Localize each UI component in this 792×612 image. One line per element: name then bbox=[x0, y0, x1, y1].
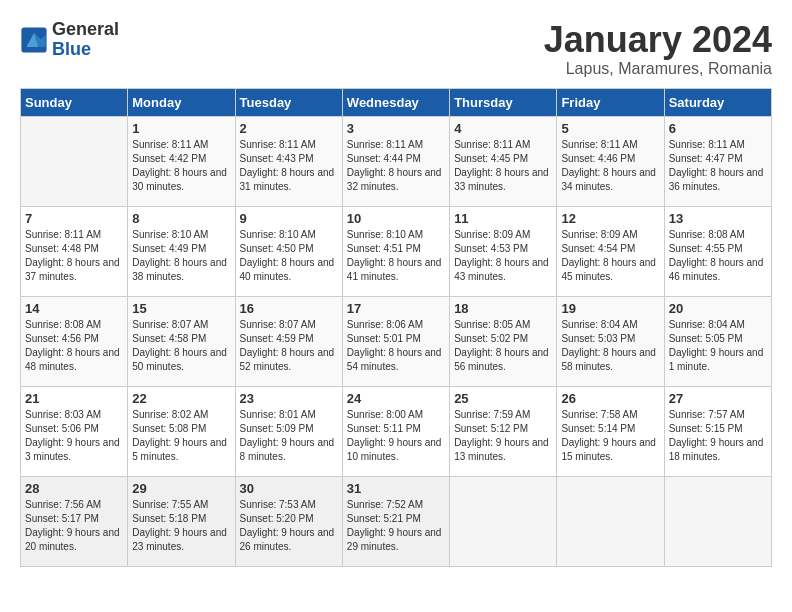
calendar-cell bbox=[450, 476, 557, 566]
calendar-week-row: 7Sunrise: 8:11 AM Sunset: 4:48 PM Daylig… bbox=[21, 206, 772, 296]
calendar-cell bbox=[21, 116, 128, 206]
page-header: General Blue January 2024 Lapus, Maramur… bbox=[20, 20, 772, 78]
day-number: 26 bbox=[561, 391, 659, 406]
day-number: 27 bbox=[669, 391, 767, 406]
day-number: 24 bbox=[347, 391, 445, 406]
title-section: January 2024 Lapus, Maramures, Romania bbox=[544, 20, 772, 78]
day-info: Sunrise: 8:11 AM Sunset: 4:42 PM Dayligh… bbox=[132, 138, 230, 194]
calendar-cell: 21Sunrise: 8:03 AM Sunset: 5:06 PM Dayli… bbox=[21, 386, 128, 476]
day-info: Sunrise: 8:07 AM Sunset: 4:58 PM Dayligh… bbox=[132, 318, 230, 374]
calendar-cell: 15Sunrise: 8:07 AM Sunset: 4:58 PM Dayli… bbox=[128, 296, 235, 386]
day-info: Sunrise: 8:10 AM Sunset: 4:51 PM Dayligh… bbox=[347, 228, 445, 284]
day-number: 4 bbox=[454, 121, 552, 136]
weekday-header: Monday bbox=[128, 88, 235, 116]
day-info: Sunrise: 8:05 AM Sunset: 5:02 PM Dayligh… bbox=[454, 318, 552, 374]
day-info: Sunrise: 7:59 AM Sunset: 5:12 PM Dayligh… bbox=[454, 408, 552, 464]
day-number: 21 bbox=[25, 391, 123, 406]
day-number: 7 bbox=[25, 211, 123, 226]
calendar-cell: 5Sunrise: 8:11 AM Sunset: 4:46 PM Daylig… bbox=[557, 116, 664, 206]
calendar-cell: 12Sunrise: 8:09 AM Sunset: 4:54 PM Dayli… bbox=[557, 206, 664, 296]
day-info: Sunrise: 8:00 AM Sunset: 5:11 PM Dayligh… bbox=[347, 408, 445, 464]
day-number: 23 bbox=[240, 391, 338, 406]
weekday-header: Wednesday bbox=[342, 88, 449, 116]
day-number: 30 bbox=[240, 481, 338, 496]
day-info: Sunrise: 8:02 AM Sunset: 5:08 PM Dayligh… bbox=[132, 408, 230, 464]
day-info: Sunrise: 8:04 AM Sunset: 5:05 PM Dayligh… bbox=[669, 318, 767, 374]
day-number: 15 bbox=[132, 301, 230, 316]
day-info: Sunrise: 7:55 AM Sunset: 5:18 PM Dayligh… bbox=[132, 498, 230, 554]
calendar-cell: 3Sunrise: 8:11 AM Sunset: 4:44 PM Daylig… bbox=[342, 116, 449, 206]
day-number: 19 bbox=[561, 301, 659, 316]
calendar-cell: 6Sunrise: 8:11 AM Sunset: 4:47 PM Daylig… bbox=[664, 116, 771, 206]
day-info: Sunrise: 8:10 AM Sunset: 4:49 PM Dayligh… bbox=[132, 228, 230, 284]
day-number: 28 bbox=[25, 481, 123, 496]
calendar-cell: 24Sunrise: 8:00 AM Sunset: 5:11 PM Dayli… bbox=[342, 386, 449, 476]
day-number: 9 bbox=[240, 211, 338, 226]
day-info: Sunrise: 8:08 AM Sunset: 4:56 PM Dayligh… bbox=[25, 318, 123, 374]
calendar-cell: 9Sunrise: 8:10 AM Sunset: 4:50 PM Daylig… bbox=[235, 206, 342, 296]
calendar-cell: 20Sunrise: 8:04 AM Sunset: 5:05 PM Dayli… bbox=[664, 296, 771, 386]
calendar-cell: 27Sunrise: 7:57 AM Sunset: 5:15 PM Dayli… bbox=[664, 386, 771, 476]
logo-text: General Blue bbox=[52, 20, 119, 60]
day-number: 18 bbox=[454, 301, 552, 316]
day-number: 13 bbox=[669, 211, 767, 226]
day-info: Sunrise: 8:04 AM Sunset: 5:03 PM Dayligh… bbox=[561, 318, 659, 374]
calendar-subtitle: Lapus, Maramures, Romania bbox=[544, 60, 772, 78]
calendar-cell: 10Sunrise: 8:10 AM Sunset: 4:51 PM Dayli… bbox=[342, 206, 449, 296]
calendar-week-row: 1Sunrise: 8:11 AM Sunset: 4:42 PM Daylig… bbox=[21, 116, 772, 206]
day-number: 14 bbox=[25, 301, 123, 316]
calendar-cell: 7Sunrise: 8:11 AM Sunset: 4:48 PM Daylig… bbox=[21, 206, 128, 296]
calendar-cell: 14Sunrise: 8:08 AM Sunset: 4:56 PM Dayli… bbox=[21, 296, 128, 386]
day-number: 20 bbox=[669, 301, 767, 316]
calendar-week-row: 28Sunrise: 7:56 AM Sunset: 5:17 PM Dayli… bbox=[21, 476, 772, 566]
calendar-cell: 2Sunrise: 8:11 AM Sunset: 4:43 PM Daylig… bbox=[235, 116, 342, 206]
weekday-header: Friday bbox=[557, 88, 664, 116]
day-info: Sunrise: 8:11 AM Sunset: 4:48 PM Dayligh… bbox=[25, 228, 123, 284]
day-info: Sunrise: 8:03 AM Sunset: 5:06 PM Dayligh… bbox=[25, 408, 123, 464]
calendar-cell: 23Sunrise: 8:01 AM Sunset: 5:09 PM Dayli… bbox=[235, 386, 342, 476]
weekday-header: Thursday bbox=[450, 88, 557, 116]
logo-icon bbox=[20, 26, 48, 54]
calendar-cell: 28Sunrise: 7:56 AM Sunset: 5:17 PM Dayli… bbox=[21, 476, 128, 566]
calendar-cell: 25Sunrise: 7:59 AM Sunset: 5:12 PM Dayli… bbox=[450, 386, 557, 476]
calendar-week-row: 21Sunrise: 8:03 AM Sunset: 5:06 PM Dayli… bbox=[21, 386, 772, 476]
day-info: Sunrise: 7:58 AM Sunset: 5:14 PM Dayligh… bbox=[561, 408, 659, 464]
day-number: 16 bbox=[240, 301, 338, 316]
day-info: Sunrise: 8:11 AM Sunset: 4:44 PM Dayligh… bbox=[347, 138, 445, 194]
day-info: Sunrise: 8:07 AM Sunset: 4:59 PM Dayligh… bbox=[240, 318, 338, 374]
day-info: Sunrise: 8:11 AM Sunset: 4:46 PM Dayligh… bbox=[561, 138, 659, 194]
day-number: 2 bbox=[240, 121, 338, 136]
calendar-cell: 19Sunrise: 8:04 AM Sunset: 5:03 PM Dayli… bbox=[557, 296, 664, 386]
day-info: Sunrise: 7:52 AM Sunset: 5:21 PM Dayligh… bbox=[347, 498, 445, 554]
calendar-cell: 31Sunrise: 7:52 AM Sunset: 5:21 PM Dayli… bbox=[342, 476, 449, 566]
weekday-header: Tuesday bbox=[235, 88, 342, 116]
day-info: Sunrise: 7:57 AM Sunset: 5:15 PM Dayligh… bbox=[669, 408, 767, 464]
calendar-cell: 4Sunrise: 8:11 AM Sunset: 4:45 PM Daylig… bbox=[450, 116, 557, 206]
logo: General Blue bbox=[20, 20, 119, 60]
day-info: Sunrise: 8:11 AM Sunset: 4:47 PM Dayligh… bbox=[669, 138, 767, 194]
calendar-title: January 2024 bbox=[544, 20, 772, 60]
day-number: 22 bbox=[132, 391, 230, 406]
calendar-cell: 29Sunrise: 7:55 AM Sunset: 5:18 PM Dayli… bbox=[128, 476, 235, 566]
calendar-cell: 26Sunrise: 7:58 AM Sunset: 5:14 PM Dayli… bbox=[557, 386, 664, 476]
day-info: Sunrise: 8:09 AM Sunset: 4:53 PM Dayligh… bbox=[454, 228, 552, 284]
calendar-cell bbox=[664, 476, 771, 566]
day-number: 29 bbox=[132, 481, 230, 496]
calendar-cell: 11Sunrise: 8:09 AM Sunset: 4:53 PM Dayli… bbox=[450, 206, 557, 296]
calendar-cell: 22Sunrise: 8:02 AM Sunset: 5:08 PM Dayli… bbox=[128, 386, 235, 476]
calendar-cell: 1Sunrise: 8:11 AM Sunset: 4:42 PM Daylig… bbox=[128, 116, 235, 206]
day-number: 1 bbox=[132, 121, 230, 136]
weekday-header: Saturday bbox=[664, 88, 771, 116]
calendar-cell: 18Sunrise: 8:05 AM Sunset: 5:02 PM Dayli… bbox=[450, 296, 557, 386]
day-number: 10 bbox=[347, 211, 445, 226]
day-number: 8 bbox=[132, 211, 230, 226]
calendar-cell: 17Sunrise: 8:06 AM Sunset: 5:01 PM Dayli… bbox=[342, 296, 449, 386]
calendar-cell bbox=[557, 476, 664, 566]
day-number: 3 bbox=[347, 121, 445, 136]
day-number: 17 bbox=[347, 301, 445, 316]
calendar-week-row: 14Sunrise: 8:08 AM Sunset: 4:56 PM Dayli… bbox=[21, 296, 772, 386]
day-number: 6 bbox=[669, 121, 767, 136]
day-info: Sunrise: 7:56 AM Sunset: 5:17 PM Dayligh… bbox=[25, 498, 123, 554]
weekday-header-row: SundayMondayTuesdayWednesdayThursdayFrid… bbox=[21, 88, 772, 116]
day-info: Sunrise: 8:08 AM Sunset: 4:55 PM Dayligh… bbox=[669, 228, 767, 284]
